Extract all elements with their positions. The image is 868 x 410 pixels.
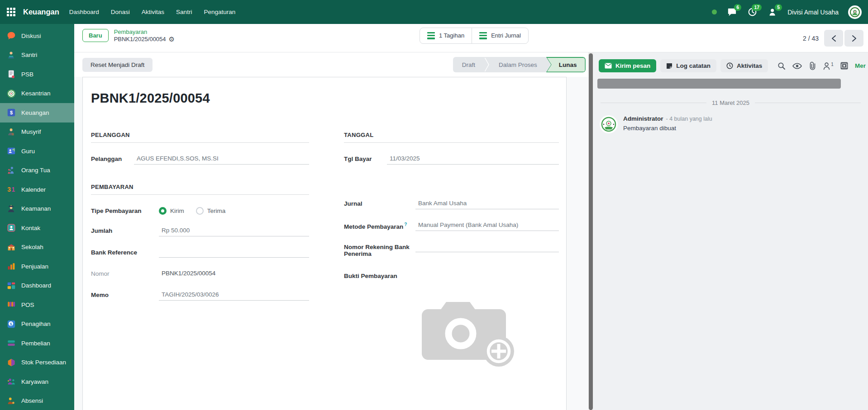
- menu-aktivitas[interactable]: Aktivitas: [142, 9, 164, 15]
- follower-avatar-icon[interactable]: [840, 62, 848, 70]
- emblem-icon: [6, 89, 16, 99]
- menu-santri[interactable]: Santri: [176, 9, 192, 15]
- statusbar-row: Reset Menjadi Draft Draft Dalam Proses L…: [74, 52, 588, 77]
- svg-text:1: 1: [11, 186, 15, 193]
- chatter-panel: Kirim pesan Log catatan Aktivitas 1: [593, 52, 868, 410]
- nomor-value: PBNK1/2025/00054: [159, 270, 309, 279]
- messages-badge: 6: [734, 4, 741, 11]
- sidebar-item-kontak[interactable]: Kontak: [0, 218, 74, 238]
- sidebar-item-pembelian[interactable]: Pembelian: [0, 334, 74, 353]
- reset-to-draft-button[interactable]: Reset Menjadi Draft: [82, 58, 153, 72]
- sidebar-item-santri[interactable]: Santri: [0, 46, 74, 65]
- parent-icon: [6, 165, 16, 175]
- section-tanggal: TANGGAL: [344, 132, 559, 143]
- message-time: - 4 bulan yang lalu: [666, 116, 712, 122]
- menu-donasi[interactable]: Donasi: [111, 9, 130, 15]
- pager-next-button[interactable]: [844, 30, 863, 47]
- top-menu: Dashboard Donasi Aktivitas Santri Pengat…: [69, 9, 235, 15]
- jurnal-input[interactable]: Bank Amal Usaha: [415, 200, 559, 209]
- memo-input[interactable]: TAGIH/2025/03/0026: [159, 291, 309, 301]
- sidebar-item-label: Absensi: [21, 397, 43, 404]
- jumlah-input[interactable]: Rp 50.000: [159, 227, 309, 236]
- requests-icon[interactable]: 5: [767, 7, 778, 18]
- attachments-icon[interactable]: [809, 61, 816, 70]
- sidebar-item-sekolah[interactable]: Sekolah: [0, 238, 74, 257]
- sidebar-item-karyawan[interactable]: Karyawan: [0, 372, 74, 391]
- state-draft[interactable]: Draft: [453, 57, 484, 72]
- chatter-message: Administrator - 4 bulan yang lalu Pembay…: [593, 106, 868, 133]
- entri-jurnal-stat-button[interactable]: Entri Jurnal: [472, 28, 528, 43]
- radio-terima[interactable]: [196, 207, 204, 215]
- radio-kirim[interactable]: [159, 207, 167, 215]
- gear-icon[interactable]: ⚙: [169, 36, 175, 42]
- bank-reference-input[interactable]: [159, 249, 309, 258]
- state-lunas[interactable]: Lunas: [546, 57, 586, 72]
- field-metode-pembayaran: Metode Pembayaran? Manual Payment (Bank …: [344, 221, 559, 231]
- followers-count: 1: [831, 62, 834, 67]
- apps-grid-icon[interactable]: [7, 8, 16, 17]
- message-author-avatar: [600, 115, 618, 133]
- field-memo: Memo TAGIH/2025/03/0026: [91, 291, 309, 301]
- sidebar-item-label: Musyrif: [21, 128, 41, 135]
- search-messages-icon[interactable]: [777, 62, 786, 70]
- sidebar-item-keuangan[interactable]: $ Keuangan: [0, 103, 74, 123]
- company-name[interactable]: Divisi Amal Usaha: [787, 9, 839, 16]
- followers-icon[interactable]: 1: [823, 62, 834, 70]
- sidebar-item-absensi[interactable]: Absensi: [0, 391, 74, 410]
- pelanggan-input[interactable]: AGUS EFENDI,S.SOS, MS.SI: [134, 155, 309, 165]
- vertical-scrollbar[interactable]: [588, 52, 593, 410]
- sidebar-item-penagihan[interactable]: $ Penagihan: [0, 315, 74, 334]
- metode-pembayaran-input[interactable]: Manual Payment (Bank Amal Usaha): [415, 221, 559, 231]
- record-status-tag[interactable]: Baru: [82, 29, 109, 42]
- sidebar-item-label: Orang Tua: [21, 167, 50, 174]
- messages-icon[interactable]: 6: [726, 7, 737, 18]
- sidebar-item-stok-persediaan[interactable]: Stok Persediaan: [0, 353, 74, 372]
- field-bank-reference: Bank Reference: [91, 249, 309, 258]
- sidebar-item-penjualan[interactable]: Penjualan: [0, 257, 74, 276]
- sidebar-item-musyrif[interactable]: Musyrif: [0, 123, 74, 142]
- state-dalam-proses[interactable]: Dalam Proses: [490, 57, 546, 72]
- image-upload-placeholder[interactable]: [415, 292, 559, 368]
- record-title: PBNK1/2025/00054: [83, 77, 566, 106]
- help-icon: ?: [404, 222, 407, 227]
- radio-kirim-label: Kirim: [170, 207, 184, 214]
- app-brand[interactable]: Keuangan: [23, 8, 59, 16]
- breadcrumb-parent-link[interactable]: Pembayaran: [114, 28, 175, 35]
- sidebar-item-orang-tua[interactable]: Orang Tua: [0, 161, 74, 180]
- sidebar-item-label: Kontak: [21, 225, 40, 231]
- memo-label: Memo: [91, 291, 159, 298]
- svg-text:$: $: [10, 321, 12, 326]
- finance-icon: $: [6, 108, 16, 118]
- sidebar-item-diskusi[interactable]: Diskusi: [0, 26, 74, 46]
- sidebar-item-guru[interactable]: Guru: [0, 141, 74, 161]
- sidebar-item-psb[interactable]: PSB: [0, 65, 74, 84]
- sidebar-item-keamanan[interactable]: Keamanan: [0, 199, 74, 219]
- activity-button[interactable]: Aktivitas: [720, 59, 768, 72]
- sidebar-item-label: Dashboard: [21, 282, 51, 289]
- user-avatar[interactable]: [848, 5, 862, 19]
- security-icon: [6, 204, 16, 214]
- follow-button[interactable]: Mer: [855, 62, 866, 69]
- tagihan-stat-button[interactable]: 1 Tagihan: [420, 28, 472, 43]
- menu-dashboard[interactable]: Dashboard: [69, 9, 99, 15]
- send-message-button[interactable]: Kirim pesan: [599, 59, 656, 72]
- tgl-bayar-input[interactable]: 11/03/2025: [387, 155, 559, 165]
- inventory-icon: [6, 358, 16, 368]
- sidebar-item-kalender[interactable]: 31 Kalender: [0, 180, 74, 199]
- activity-clock-icon[interactable]: 17: [747, 7, 758, 18]
- sidebar-item-kesantrian[interactable]: Kesantrian: [0, 84, 74, 104]
- sidebar-item-pos[interactable]: POS: [0, 295, 74, 315]
- sidebar-item-dashboard[interactable]: Dashboard: [0, 276, 74, 296]
- watch-eye-icon[interactable]: [792, 62, 802, 70]
- requests-badge: 5: [775, 4, 782, 11]
- metode-pembayaran-label: Metode Pembayaran?: [344, 221, 415, 230]
- field-nomor: Nomor PBNK1/2025/00054: [91, 270, 309, 279]
- rekening-input[interactable]: [415, 243, 559, 252]
- sidebar-item-label: Penjualan: [21, 263, 48, 270]
- log-note-button[interactable]: Log catatan: [660, 59, 716, 72]
- teacher-icon: [6, 146, 16, 156]
- scrollbar-thumb[interactable]: [589, 53, 593, 410]
- pager-previous-button[interactable]: [824, 30, 843, 47]
- menu-pengaturan[interactable]: Pengaturan: [204, 9, 235, 15]
- sidebar-item-label: Stok Persediaan: [21, 359, 66, 366]
